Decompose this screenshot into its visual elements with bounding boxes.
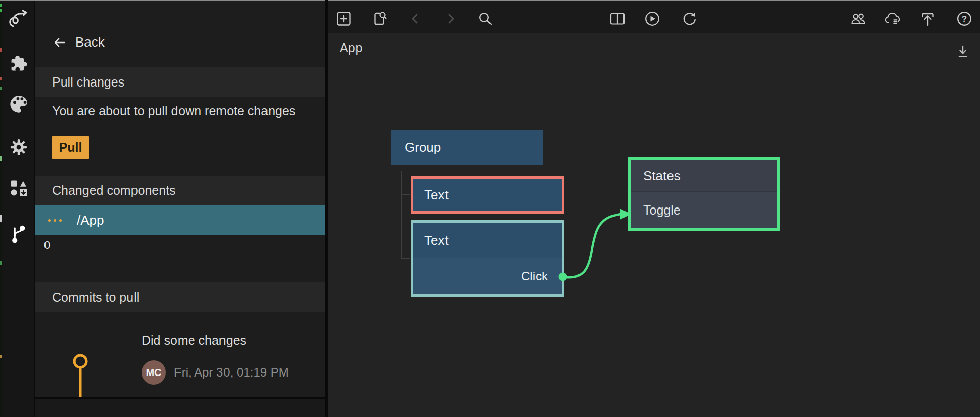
collaborators-icon[interactable] [850, 11, 866, 27]
version-control-panel: Back Pull changes You are about to pull … [35, 1, 325, 417]
app-window: Back Pull changes You are about to pull … [0, 0, 980, 417]
avatar: MC [142, 360, 166, 385]
edge-mark [0, 9, 2, 12]
commits-section-header: Commits to pull [35, 282, 325, 312]
split-view-icon[interactable] [609, 11, 626, 27]
canvas-toolbar: ? [328, 1, 980, 33]
plugins-puzzle-icon[interactable] [8, 52, 30, 74]
node-title-row: States [631, 160, 777, 192]
pull-message: You are about to pull down remote change… [52, 104, 295, 118]
ellipsis-icon [48, 219, 62, 222]
download-icon[interactable] [955, 44, 971, 60]
node-text-1[interactable]: Text [411, 176, 564, 214]
help-icon[interactable]: ? [956, 11, 972, 27]
output-port-label: Click [521, 269, 562, 283]
styles-palette-icon[interactable] [8, 93, 30, 115]
commit-message: Did some changes [142, 333, 246, 348]
node-title: States [631, 168, 681, 184]
edge-mark [0, 48, 2, 52]
node-title-row: Text [413, 223, 562, 258]
edge-mark [0, 4, 2, 7]
components-icon[interactable] [8, 177, 30, 199]
node-group[interactable]: Group [391, 130, 543, 165]
activity-rail [3, 1, 34, 417]
component-breadcrumb[interactable]: App [340, 40, 362, 55]
edge-mark [0, 215, 2, 222]
output-port-row[interactable]: Click [413, 258, 562, 294]
node-title: Text [413, 187, 449, 203]
edge-mark [0, 77, 2, 80]
changed-components-title: Changed components [52, 183, 176, 198]
input-port-label: Toggle [631, 203, 681, 218]
commit-meta: MC Fri, Apr 30, 01:19 PM [142, 360, 289, 385]
cloud-sync-icon[interactable] [884, 11, 900, 27]
pull-button[interactable]: Pull [52, 136, 89, 159]
preview-play-icon[interactable] [644, 11, 660, 27]
noodl-logo-icon[interactable] [8, 8, 30, 30]
node-canvas[interactable]: ? App Group Text Text Click [328, 1, 980, 417]
changed-component-label: /App [77, 213, 104, 228]
node-title: Group [391, 140, 441, 155]
edge-mark [0, 156, 2, 161]
add-node-icon[interactable] [336, 11, 352, 27]
edge-mark [0, 261, 2, 265]
nav-forward-icon[interactable] [442, 11, 459, 27]
deploy-upload-icon[interactable] [920, 11, 936, 27]
tree-connector [401, 258, 410, 259]
edge-mark [0, 355, 2, 358]
pull-changes-section-header: Pull changes [35, 67, 325, 97]
back-label: Back [75, 34, 105, 50]
edge-mark [0, 87, 2, 90]
stray-count-text: 0 [44, 239, 50, 252]
settings-gear-icon[interactable] [8, 136, 30, 158]
node-title: Text [413, 233, 449, 248]
commits-title: Commits to pull [52, 290, 139, 305]
search-icon[interactable] [477, 11, 494, 27]
svg-text:?: ? [962, 14, 967, 24]
panel-footer [35, 399, 325, 417]
tree-connector [401, 171, 402, 259]
nav-back-icon[interactable] [407, 11, 423, 27]
tree-connector [401, 194, 410, 195]
reload-icon[interactable] [681, 11, 697, 27]
input-port-row[interactable]: Toggle [631, 192, 777, 228]
back-button[interactable]: Back [52, 34, 105, 50]
node-text-2[interactable]: Text Click [411, 220, 564, 297]
version-control-branch-icon[interactable] [8, 223, 30, 245]
changed-components-section-header: Changed components [35, 176, 325, 205]
changed-component-row-app[interactable]: /App [35, 205, 325, 235]
commit-timestamp: Fri, Apr 30, 01:19 PM [174, 365, 289, 380]
node-states[interactable]: States Toggle [628, 157, 780, 231]
back-arrow-icon [52, 35, 67, 50]
component-search-icon[interactable] [371, 11, 387, 27]
pull-changes-title: Pull changes [52, 75, 124, 90]
commit-graph [72, 320, 89, 403]
